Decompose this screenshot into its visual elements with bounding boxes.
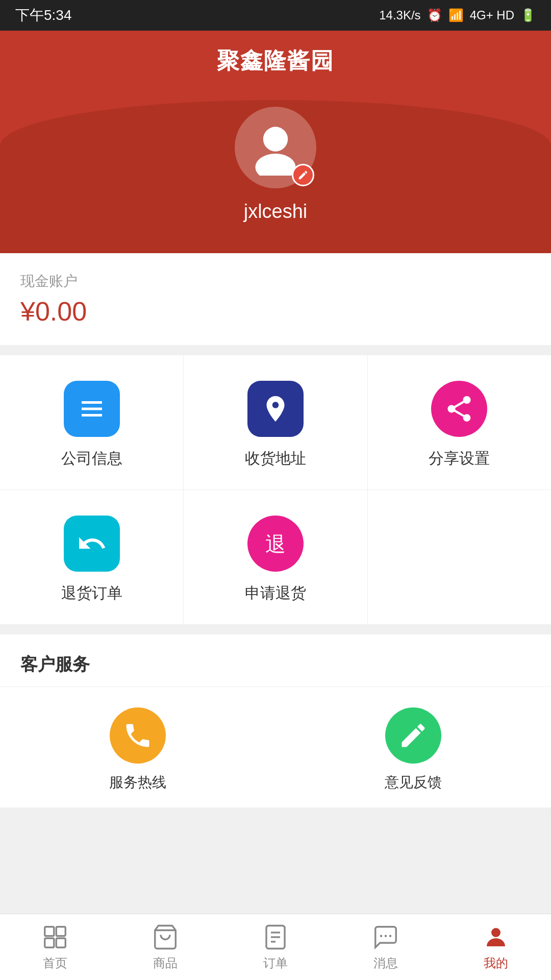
status-right: 14.3K/s ⏰ 📶 4G+ HD 🔋 <box>379 8 536 22</box>
return-order-icon <box>64 516 120 572</box>
share-label: 分享设置 <box>429 448 490 469</box>
battery-icon: 🔋 <box>520 8 536 22</box>
edit-avatar-button[interactable] <box>292 164 314 186</box>
message-icon <box>372 923 399 951</box>
header: 聚鑫隆酱园 jxlceshi <box>0 31 551 253</box>
nav-item-message[interactable]: 消息 <box>331 918 441 976</box>
service-item-hotline[interactable]: 服务热线 <box>0 707 276 792</box>
grid-menu: 公司信息 收货地址 分享设置 <box>0 355 551 624</box>
svg-point-14 <box>389 935 392 937</box>
shop-nav-label: 商品 <box>153 955 178 971</box>
feedback-icon <box>385 707 441 764</box>
svg-rect-4 <box>56 926 65 936</box>
avatar-wrapper[interactable] <box>235 107 316 188</box>
nav-item-shop[interactable]: 商品 <box>110 918 220 976</box>
cash-label: 现金账户 <box>20 272 531 291</box>
grid-item-address[interactable]: 收货地址 <box>184 355 367 489</box>
grid-row-2: 退货订单 退 申请退货 <box>0 490 551 624</box>
network-speed: 14.3K/s <box>379 8 420 22</box>
grid-item-company[interactable]: 公司信息 <box>0 355 184 489</box>
cash-amount: ¥0.00 <box>20 296 531 327</box>
signal-icon: 📶 <box>448 8 464 22</box>
hotline-label: 服务热线 <box>109 773 166 792</box>
apply-return-icon: 退 <box>247 516 304 572</box>
svg-rect-6 <box>56 938 65 947</box>
return-order-label: 退货订单 <box>61 583 122 604</box>
address-icon <box>247 381 304 437</box>
username: jxlceshi <box>244 201 308 223</box>
grid-item-return-order[interactable]: 退货订单 <box>0 490 184 624</box>
svg-point-0 <box>263 127 288 151</box>
profile-nav-label: 我的 <box>484 955 508 971</box>
service-grid: 服务热线 意见反馈 <box>0 687 551 807</box>
share-icon <box>431 381 487 437</box>
app-title: 聚鑫隆酱园 <box>217 48 334 73</box>
service-item-feedback[interactable]: 意见反馈 <box>276 707 551 792</box>
company-label: 公司信息 <box>61 448 122 469</box>
svg-text:退: 退 <box>265 533 286 555</box>
home-nav-label: 首页 <box>43 955 67 971</box>
network-type: 4G+ HD <box>470 8 514 22</box>
svg-point-15 <box>491 928 500 937</box>
grid-row-1: 公司信息 收货地址 分享设置 <box>0 355 551 490</box>
service-section: 客户服务 服务热线 意见反馈 <box>0 634 551 807</box>
nav-item-profile[interactable]: 我的 <box>441 918 551 976</box>
apply-return-label: 申请退货 <box>245 583 306 604</box>
order-icon <box>262 923 289 951</box>
cash-section: 现金账户 ¥0.00 <box>0 253 551 345</box>
alarm-icon: ⏰ <box>427 8 442 22</box>
grid-item-empty <box>368 490 551 624</box>
status-bar: 下午5:34 14.3K/s ⏰ 📶 4G+ HD 🔋 <box>0 0 551 31</box>
address-label: 收货地址 <box>245 448 306 469</box>
service-title: 客户服务 <box>0 634 551 687</box>
svg-rect-3 <box>45 926 54 936</box>
grid-item-apply-return[interactable]: 退 申请退货 <box>184 490 367 624</box>
nav-item-home[interactable]: 首页 <box>0 918 110 976</box>
order-nav-label: 订单 <box>263 955 288 971</box>
nav-item-order[interactable]: 订单 <box>220 918 331 976</box>
message-nav-label: 消息 <box>373 955 398 971</box>
svg-rect-5 <box>45 938 54 947</box>
bottom-nav: 首页 商品 订单 <box>0 914 551 980</box>
home-icon <box>41 923 69 951</box>
svg-point-12 <box>380 935 383 937</box>
phone-icon <box>110 707 166 764</box>
company-icon <box>64 381 120 437</box>
grid-item-share[interactable]: 分享设置 <box>368 355 551 489</box>
status-time: 下午5:34 <box>15 6 72 25</box>
svg-point-13 <box>385 935 387 937</box>
feedback-label: 意见反馈 <box>385 773 442 792</box>
profile-icon <box>482 923 510 951</box>
shop-icon <box>152 923 179 951</box>
svg-point-1 <box>255 154 295 176</box>
